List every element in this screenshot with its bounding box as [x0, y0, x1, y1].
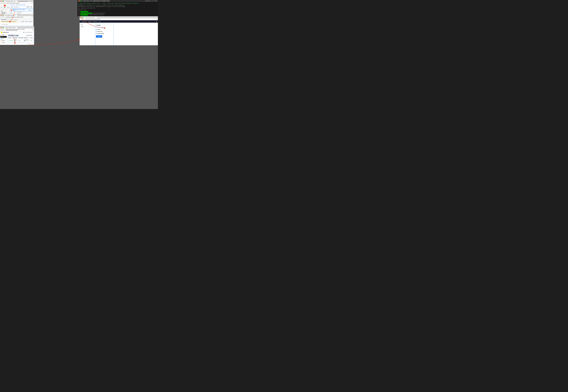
- find-file-btn[interactable]: Find file: [26, 6, 30, 8]
- drupal-refresh-btn[interactable]: ↻: [83, 19, 83, 20]
- gitlab-tab-close[interactable]: ✕: [16, 1, 17, 1]
- branch-selector[interactable]: main: [11, 6, 13, 8]
- env-dropdown[interactable]: All Environments: [25, 35, 33, 36]
- packagist-back-btn[interactable]: ←: [1, 17, 1, 17]
- pantheon-tab-active[interactable]: ◆ gluebox | Pantheon Dashboar... ✕: [4, 27, 17, 28]
- support-icon: ❓: [1, 42, 2, 43]
- show-all-columns-btn[interactable]: + Show all columns: [96, 27, 113, 28]
- filter-label: Filter: [81, 24, 94, 25]
- drupal-tab-active[interactable]: 🔷 Extend | Gluebox Hosted De... ✕: [84, 17, 97, 18]
- drupal-forward-btn[interactable]: →: [82, 19, 83, 20]
- workspace-selector[interactable]: 👤 Personal Workspace ▾: [23, 32, 33, 33]
- packagist-forward-btn[interactable]: →: [2, 17, 3, 17]
- feeds-tamper-item[interactable]: ✓ Feeds Tamper: [96, 32, 113, 34]
- pantheon-new-tab-btn[interactable]: +: [17, 27, 19, 28]
- pantheon-back-btn[interactable]: ←: [1, 29, 1, 30]
- pantheon-forward-btn[interactable]: →: [2, 29, 3, 30]
- drupal-bookmark-icon[interactable]: ☆: [156, 19, 157, 20]
- user-icon: 👤: [23, 32, 24, 33]
- feeds-tamper-checkbox[interactable]: ✓: [96, 33, 97, 34]
- feeds-item-feeds[interactable]: ✓ Feeds: [96, 28, 113, 30]
- terminal-minimize-btn[interactable]: [79, 0, 80, 1]
- packagist-bookmark-icon[interactable]: ☆: [32, 17, 33, 17]
- feeds-log-item[interactable]: ✓ Feeds Log: [96, 30, 113, 32]
- terminal-tab-2[interactable]: chas7-pv — zsh: [92, 0, 101, 1]
- drupal-min-dot[interactable]: [81, 17, 82, 18]
- issues-count-badge[interactable]: □ 1: [0, 7, 2, 8]
- gitlab-tab-2[interactable]: ◆ rsvp-system/rsvp-recipes - R... ✕: [17, 1, 30, 2]
- install-btn[interactable]: Install: [96, 35, 102, 38]
- browse-nav-item[interactable]: Browse: [22, 21, 24, 22]
- sidebar-item-sites[interactable]: ▪ Sites: [0, 36, 7, 38]
- terminal-close-btn[interactable]: [78, 0, 79, 1]
- table-row[interactable]: › Success Synced code on 'dev' dev 1/10/…: [8, 39, 33, 42]
- mr-count-badge[interactable]: ⇄ 1: [4, 7, 6, 8]
- bookmark-icon[interactable]: ☆: [32, 2, 33, 3]
- copy-hash-icon[interactable]: ⎘: [32, 10, 32, 11]
- forward-btn[interactable]: →: [2, 2, 3, 3]
- feeds-log-checkbox[interactable]: ✓: [96, 31, 97, 32]
- submit-nav-item[interactable]: Submit: [25, 21, 28, 22]
- back-arrow-icon: ←: [81, 21, 82, 22]
- user-menu-item[interactable]: 👤 tux: [98, 21, 101, 22]
- drupal-max-dot[interactable]: [83, 17, 83, 18]
- packagist-address-bar: ← → ↻ 🔒 packagist.org/packages/rsvp-syst…: [0, 16, 33, 18]
- notice-close-icon[interactable]: ✕: [16, 21, 16, 22]
- packagist-min-dot[interactable]: [2, 15, 2, 16]
- pantheon-address-input[interactable]: 🔒 dashboard.pantheon.io/sites/170a8b78-0…: [4, 29, 32, 31]
- packagist-max-dot[interactable]: [3, 15, 4, 16]
- packagist-refresh-btn[interactable]: ↻: [3, 17, 4, 17]
- drupal-close-dot[interactable]: [80, 17, 81, 18]
- back-btn[interactable]: ←: [1, 2, 1, 3]
- project-name-item[interactable]: ◆ RSVP System Cookbook: [0, 12, 10, 14]
- new-tab-btn[interactable]: +: [30, 0, 32, 2]
- path-add-btn[interactable]: +: [19, 7, 19, 8]
- manage-item[interactable]: ≡ Manage: [87, 21, 92, 22]
- packagist-tab-close[interactable]: ✕: [16, 15, 17, 16]
- drupal-new-tab-btn[interactable]: +: [97, 17, 99, 18]
- terminal-maximize-btn[interactable]: [81, 0, 82, 1]
- gitlab-tab2-close[interactable]: ✕: [29, 1, 29, 1]
- pantheon-top-bar: ⚡ PANTHEON 👤 Personal Workspace ▾: [0, 31, 34, 34]
- gitlab-min-dot[interactable]: [2, 1, 2, 1]
- pantheon-close-dot[interactable]: [1, 27, 1, 28]
- sidebar-item-team[interactable]: 👥 Sites: [0, 38, 7, 40]
- commit-hash: 4db36b16: [28, 10, 32, 11]
- search-input[interactable]: [1, 23, 33, 25]
- terminal-tab-3[interactable]: //gluebox — zsh: [101, 0, 110, 1]
- drupal-address-input[interactable]: 🔒 dev-gluebox.pantheonsite.io/admin/modu…: [84, 18, 156, 20]
- team-icon: 👥: [1, 38, 2, 39]
- terminal-tab-1[interactable]: www.html/web — zsh: [82, 0, 92, 1]
- search-input-area[interactable]: 🔍 Search or go to...: [0, 9, 10, 11]
- packagist-tab-active[interactable]: 📦 rsvp-system/rsvp-recipes - P... ✕: [4, 15, 17, 16]
- refresh-btn[interactable]: ↻: [3, 2, 4, 3]
- gitlab-logo: @: [4, 5, 6, 6]
- gitlab-address-input[interactable]: 🔒 gitlab.com/rsvp-system/rsvp-recipes: [5, 2, 32, 4]
- feeds-checkbox[interactable]: ✓: [96, 29, 97, 30]
- pantheon-min-dot[interactable]: [2, 27, 2, 28]
- notification-bell[interactable]: 🔔: [156, 21, 157, 22]
- sidebar-item-support[interactable]: ❓ Support: [0, 42, 7, 43]
- packagist-close-dot[interactable]: [1, 15, 1, 16]
- pantheon-max-dot[interactable]: [3, 27, 4, 28]
- gitlab-tab-active[interactable]: ◆ RSVP System Recipes - Fee... ✕: [4, 1, 17, 2]
- edit-btn[interactable]: Edit: [30, 6, 32, 8]
- packagist-address-input[interactable]: 🔒 packagist.org/packages/rsvp-system/rsv…: [4, 16, 32, 18]
- packagist-new-tab-btn[interactable]: +: [17, 14, 19, 16]
- pantheon-refresh-btn[interactable]: ↻: [3, 29, 4, 30]
- gitlab-close-dot[interactable]: [1, 1, 1, 1]
- drupal-tab-close[interactable]: ✕: [96, 17, 96, 18]
- filter-input[interactable]: [81, 25, 94, 27]
- gitlab-max-dot[interactable]: [3, 1, 4, 1]
- drupal-admin-bar: ← Back to site ≡ Manage ★ Shortcuts 👤 tu…: [80, 20, 158, 23]
- sidebar-item-autopilot[interactable]: ⚙ Autopilot: [0, 40, 7, 42]
- pantheon-bookmark-icon[interactable]: ☆: [33, 29, 33, 30]
- back-to-site-item[interactable]: ← Back to site: [81, 21, 87, 22]
- shortcuts-item[interactable]: ★ Shortcuts: [92, 21, 98, 22]
- home-btn[interactable]: ⌂: [4, 2, 5, 3]
- pantheon-tab-close[interactable]: ✕: [16, 27, 17, 28]
- drupal-back-btn[interactable]: ←: [80, 19, 81, 20]
- slack-nav-item[interactable]: slackstone: [29, 21, 33, 22]
- notification-badge[interactable]: ☐ 1: [7, 7, 9, 8]
- sidebar-item-home[interactable]: 🏠 Home: [0, 34, 7, 36]
